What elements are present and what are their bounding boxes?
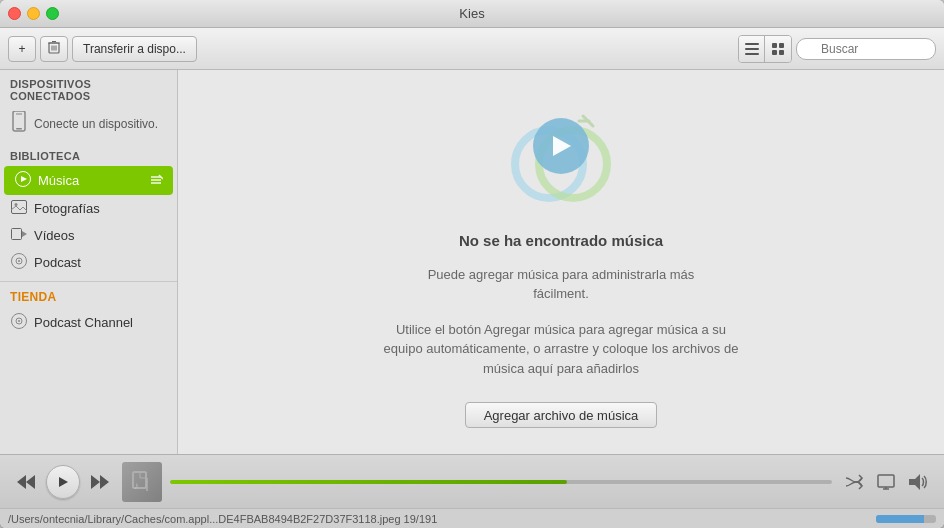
sidebar-item-photos-label: Fotografías xyxy=(34,201,100,216)
maximize-button[interactable] xyxy=(46,7,59,20)
rewind-button[interactable] xyxy=(12,468,40,496)
svg-rect-14 xyxy=(16,128,22,130)
music-item-badge xyxy=(149,173,163,189)
status-path: /Users/ontecnia/Library/Caches/com.appl.… xyxy=(8,513,872,525)
window-controls xyxy=(8,7,59,20)
transfer-label: Transferir a dispo... xyxy=(83,42,186,56)
player-controls xyxy=(12,465,114,499)
status-progress-bar xyxy=(876,515,936,523)
delete-button[interactable] xyxy=(40,36,68,62)
main-window: Kies + Transferir a dispo... xyxy=(0,0,944,528)
window-title: Kies xyxy=(459,6,484,21)
svg-rect-6 xyxy=(745,43,759,45)
svg-rect-49 xyxy=(878,475,894,487)
svg-marker-41 xyxy=(91,475,100,489)
progress-fill xyxy=(170,480,567,484)
close-button[interactable] xyxy=(8,7,21,20)
svg-rect-11 xyxy=(772,50,777,55)
library-section-header: Biblioteca xyxy=(0,142,177,166)
player-bar: ♪ xyxy=(0,454,944,508)
podcast-channel-sidebar-icon xyxy=(10,313,28,332)
empty-state-title: No se ha encontrado música xyxy=(459,232,663,249)
transfer-button[interactable]: Transferir a dispo... xyxy=(72,36,197,62)
svg-marker-39 xyxy=(17,475,26,489)
sidebar-item-podcast[interactable]: Podcast xyxy=(0,248,177,277)
sidebar-item-podcast-channel-label: Podcast Channel xyxy=(34,315,133,330)
minimize-button[interactable] xyxy=(27,7,40,20)
sidebar-item-photos[interactable]: Fotografías xyxy=(0,195,177,222)
list-view-button[interactable] xyxy=(739,36,765,62)
album-art: ♪ xyxy=(122,462,162,502)
progress-track[interactable] xyxy=(170,480,832,484)
status-bar: /Users/ontecnia/Library/Caches/com.appl.… xyxy=(0,508,944,528)
search-input[interactable] xyxy=(796,38,936,60)
titlebar: Kies xyxy=(0,0,944,28)
screen-button[interactable] xyxy=(872,468,900,496)
music-sidebar-icon xyxy=(14,171,32,190)
svg-rect-22 xyxy=(12,201,27,214)
store-section-header: Tienda xyxy=(0,281,177,308)
svg-point-28 xyxy=(18,260,20,262)
svg-rect-8 xyxy=(745,53,759,55)
connect-device-label: Conecte un dispositivo. xyxy=(34,117,158,131)
connect-device-item: Conecte un dispositivo. xyxy=(0,106,177,142)
podcast-sidebar-icon xyxy=(10,253,28,272)
volume-button[interactable] xyxy=(904,468,932,496)
svg-marker-17 xyxy=(21,176,27,182)
svg-marker-40 xyxy=(59,477,68,487)
view-toggle xyxy=(738,35,792,63)
sidebar-item-podcast-label: Podcast xyxy=(34,255,81,270)
photos-sidebar-icon xyxy=(10,200,28,217)
play-button[interactable] xyxy=(46,465,80,499)
svg-text:♪: ♪ xyxy=(134,480,139,491)
svg-marker-42 xyxy=(100,475,109,489)
device-icon xyxy=(10,111,28,137)
videos-sidebar-icon xyxy=(10,227,28,243)
svg-marker-25 xyxy=(22,231,27,237)
svg-marker-52 xyxy=(909,474,920,490)
add-icon: + xyxy=(18,42,25,56)
empty-state-desc1: Puede agregar música para administrarla … xyxy=(401,265,721,304)
content-area: No se ha encontrado música Puede agregar… xyxy=(178,70,944,454)
toolbar: + Transferir a dispo... xyxy=(0,28,944,70)
forward-button[interactable] xyxy=(86,468,114,496)
svg-rect-10 xyxy=(779,43,784,48)
sidebar-item-videos-label: Vídeos xyxy=(34,228,74,243)
empty-state-desc2: Utilice el botón Agregar música para agr… xyxy=(381,320,741,379)
grid-view-button[interactable] xyxy=(765,36,791,62)
search-wrapper: 🔍 xyxy=(796,38,936,60)
delete-icon xyxy=(48,40,60,57)
sidebar: Dispositivos conectados Conecte un dispo… xyxy=(0,70,178,454)
sidebar-item-music-label: Música xyxy=(38,173,79,188)
devices-section-header: Dispositivos conectados xyxy=(0,70,177,106)
svg-rect-9 xyxy=(772,43,777,48)
player-right-controls xyxy=(840,468,932,496)
music-logo xyxy=(501,96,621,216)
main-content: Dispositivos conectados Conecte un dispo… xyxy=(0,70,944,454)
svg-point-31 xyxy=(18,320,20,322)
status-progress-fill xyxy=(876,515,924,523)
progress-section xyxy=(170,480,832,484)
svg-marker-38 xyxy=(26,475,35,489)
add-music-button[interactable]: Agregar archivo de música xyxy=(465,402,658,428)
svg-rect-24 xyxy=(12,229,22,240)
svg-rect-7 xyxy=(745,48,759,50)
sidebar-item-podcast-channel[interactable]: Podcast Channel xyxy=(0,308,177,337)
svg-rect-12 xyxy=(779,50,784,55)
empty-state: No se ha encontrado música Puede agregar… xyxy=(381,96,741,429)
sidebar-item-videos[interactable]: Vídeos xyxy=(0,222,177,248)
shuffle-button[interactable] xyxy=(840,468,868,496)
sidebar-item-music[interactable]: Música xyxy=(4,166,173,195)
add-button[interactable]: + xyxy=(8,36,36,62)
